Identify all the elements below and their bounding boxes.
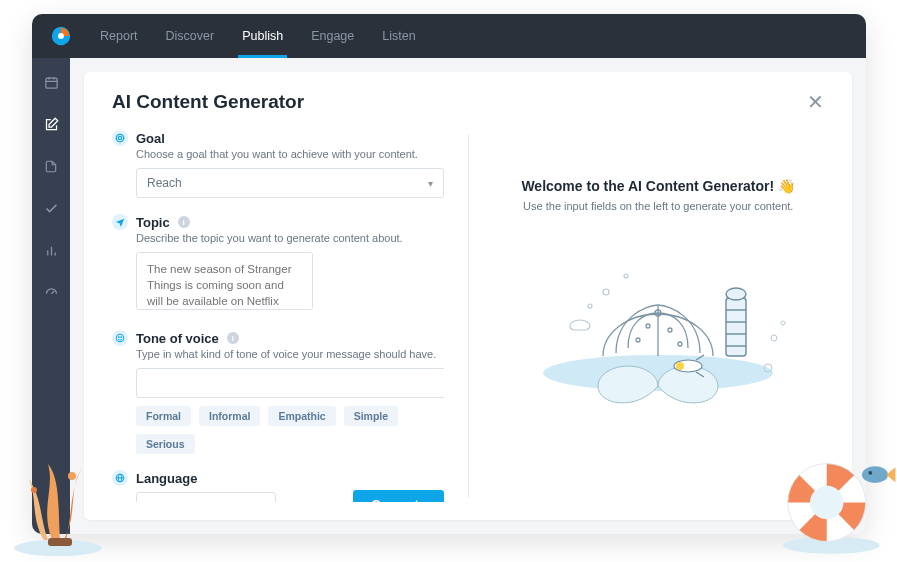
- analytics-icon[interactable]: [39, 238, 63, 262]
- tone-chip-empathic[interactable]: Empathic: [268, 406, 335, 426]
- svg-point-21: [646, 324, 650, 328]
- nav-report[interactable]: Report: [100, 14, 138, 58]
- tone-chip-informal[interactable]: Informal: [199, 406, 260, 426]
- svg-rect-44: [48, 538, 72, 546]
- document-icon[interactable]: [39, 154, 63, 178]
- topic-desc: Describe the topic you want to generate …: [136, 232, 444, 244]
- language-icon: [112, 470, 128, 486]
- svg-point-30: [726, 288, 746, 300]
- welcome-title: Welcome to the AI Content Generator! 👋: [521, 178, 795, 194]
- chevron-down-icon: ▾: [260, 502, 265, 503]
- svg-point-39: [781, 321, 785, 325]
- panel-title: AI Content Generator: [112, 91, 304, 113]
- brand-logo[interactable]: [50, 25, 72, 47]
- svg-point-50: [868, 471, 872, 475]
- svg-point-32: [624, 274, 628, 278]
- tone-chip-formal[interactable]: Formal: [136, 406, 191, 426]
- goal-icon: [112, 130, 128, 146]
- compose-icon[interactable]: [39, 112, 63, 136]
- svg-point-24: [678, 342, 682, 346]
- left-iconbar: [32, 58, 70, 534]
- info-icon[interactable]: i: [227, 332, 239, 344]
- tone-field: Tone of voice i Type in what kind of ton…: [112, 330, 444, 454]
- topic-textarea[interactable]: [136, 252, 313, 310]
- nav-engage[interactable]: Engage: [311, 14, 354, 58]
- preview-column: Welcome to the AI Content Generator! 👋 U…: [493, 130, 825, 502]
- svg-point-35: [676, 362, 684, 370]
- language-label: Language: [136, 471, 197, 486]
- tone-input[interactable]: [136, 368, 444, 398]
- svg-point-1: [58, 33, 64, 39]
- tone-chip-serious[interactable]: Serious: [136, 434, 195, 454]
- svg-point-13: [118, 337, 119, 338]
- ai-content-generator-panel: AI Content Generator ✕ Goal Choose: [84, 72, 852, 520]
- goal-desc: Choose a goal that you want to achieve w…: [136, 148, 444, 160]
- language-select[interactable]: English ▾: [136, 492, 276, 502]
- nav-listen[interactable]: Listen: [382, 14, 415, 58]
- tone-chip-simple[interactable]: Simple: [344, 406, 398, 426]
- welcome-subtitle: Use the input fields on the left to gene…: [523, 200, 793, 212]
- gauge-icon[interactable]: [39, 280, 63, 304]
- topic-icon: [112, 214, 128, 230]
- svg-point-12: [116, 334, 124, 342]
- language-field: Language English ▾: [112, 470, 341, 502]
- topic-label: Topic: [136, 215, 170, 230]
- tone-label: Tone of voice: [136, 331, 219, 346]
- check-icon[interactable]: [39, 196, 63, 220]
- nav-publish[interactable]: Publish: [242, 14, 283, 58]
- svg-line-9: [51, 291, 54, 294]
- chevron-down-icon: ▾: [428, 178, 433, 189]
- svg-point-14: [121, 337, 122, 338]
- calendar-icon[interactable]: [39, 70, 63, 94]
- vertical-divider: [468, 134, 469, 498]
- tone-desc: Type in what kind of tone of voice your …: [136, 348, 444, 360]
- welcome-illustration: [508, 228, 808, 408]
- generate-button[interactable]: Generate: [353, 490, 443, 502]
- tone-icon: [112, 330, 128, 346]
- goal-select[interactable]: Reach ▾: [136, 168, 444, 198]
- svg-point-11: [118, 136, 121, 139]
- svg-rect-2: [45, 78, 56, 88]
- svg-point-23: [636, 338, 640, 342]
- svg-point-31: [603, 289, 609, 295]
- svg-point-22: [668, 328, 672, 332]
- svg-point-45: [783, 537, 880, 554]
- close-icon[interactable]: ✕: [807, 90, 824, 114]
- svg-point-41: [14, 540, 102, 556]
- nav-discover[interactable]: Discover: [166, 14, 215, 58]
- svg-point-38: [771, 335, 777, 341]
- goal-field: Goal Choose a goal that you want to achi…: [112, 130, 444, 198]
- goal-label: Goal: [136, 131, 165, 146]
- svg-point-33: [588, 304, 592, 308]
- info-icon[interactable]: i: [178, 216, 190, 228]
- topic-field: Topic i Describe the topic you want to g…: [112, 214, 444, 314]
- svg-rect-25: [726, 298, 746, 356]
- language-select-value: English: [147, 500, 186, 502]
- svg-point-10: [116, 134, 124, 142]
- top-nav: Report Discover Publish Engage Listen: [32, 14, 866, 58]
- goal-select-value: Reach: [147, 176, 182, 190]
